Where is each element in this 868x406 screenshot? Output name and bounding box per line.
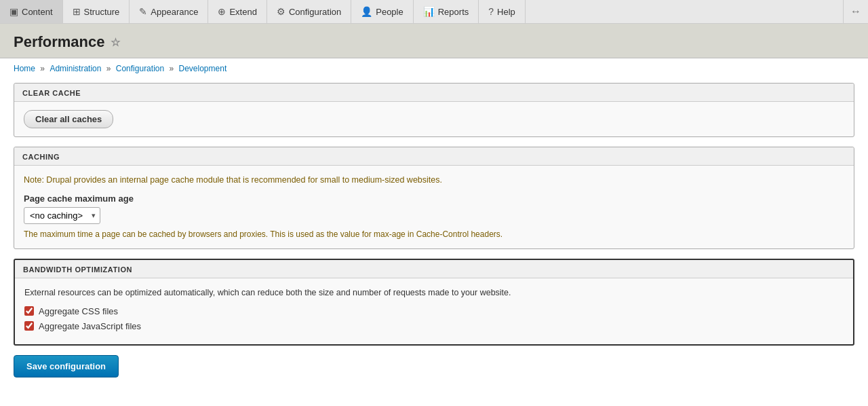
aggregate-js-label: Aggregate JavaScript files — [39, 321, 141, 331]
page-title-text: Performance — [14, 33, 105, 51]
help-icon: ? — [488, 6, 494, 17]
nav-configuration[interactable]: ⚙ Configuration — [267, 0, 351, 23]
clear-cache-body: Clear all caches — [14, 102, 854, 136]
nav-content[interactable]: ▣ Content — [0, 0, 63, 23]
breadcrumb: Home » Administration » Configuration » … — [0, 58, 868, 79]
nav-reports-label: Reports — [438, 7, 469, 17]
nav-reports[interactable]: 📊 Reports — [414, 0, 479, 23]
clear-cache-title: CLEAR CACHE — [14, 84, 854, 102]
top-navigation: ▣ Content ⊞ Structure ✎ Appearance ⊕ Ext… — [0, 0, 868, 24]
nav-help-label: Help — [497, 7, 515, 17]
save-configuration-wrapper: Save configuration — [14, 355, 854, 377]
nav-extend-label: Extend — [229, 7, 256, 17]
page-header: Performance ☆ — [0, 24, 868, 58]
clear-cache-title-text: CLEAR CACHE — [22, 89, 81, 97]
caching-title-text: CACHING — [22, 153, 60, 161]
main-content: CLEAR CACHE Clear all caches CACHING Not… — [0, 79, 868, 391]
nav-people[interactable]: 👤 People — [351, 0, 413, 23]
nav-structure[interactable]: ⊞ Structure — [63, 0, 130, 23]
content-icon: ▣ — [9, 6, 18, 17]
bandwidth-description: External resources can be optimized auto… — [24, 287, 844, 299]
bandwidth-title-text: BANDWIDTH OPTIMIZATION — [23, 265, 132, 274]
people-icon: 👤 — [361, 6, 372, 17]
page-title: Performance ☆ — [14, 33, 854, 51]
nav-help[interactable]: ? Help — [479, 0, 526, 23]
caching-note: Note: Drupal provides an internal page c… — [24, 174, 844, 187]
nav-configuration-label: Configuration — [289, 7, 341, 17]
page-cache-select-wrapper: <no caching> 1 minute 3 minutes 5 minute… — [24, 207, 100, 224]
reports-icon: 📊 — [423, 6, 435, 17]
nav-appearance[interactable]: ✎ Appearance — [130, 0, 208, 23]
nav-structure-label: Structure — [84, 7, 120, 17]
aggregate-js-checkbox[interactable] — [24, 321, 34, 331]
nav-people-label: People — [376, 7, 403, 17]
appearance-icon: ✎ — [139, 6, 147, 17]
breadcrumb-development[interactable]: Development — [179, 64, 227, 73]
bandwidth-section: BANDWIDTH OPTIMIZATION External resource… — [14, 259, 854, 346]
page-cache-select[interactable]: <no caching> 1 minute 3 minutes 5 minute… — [24, 207, 100, 224]
aggregate-js-row: Aggregate JavaScript files — [24, 321, 844, 331]
favorite-star-icon[interactable]: ☆ — [111, 36, 120, 49]
extend-icon: ⊕ — [218, 6, 226, 17]
structure-icon: ⊞ — [73, 6, 81, 17]
breadcrumb-sep-3: » — [170, 64, 176, 73]
page-cache-label: Page cache maximum age — [24, 193, 844, 204]
breadcrumb-sep-2: » — [106, 64, 113, 73]
clear-cache-section: CLEAR CACHE Clear all caches — [14, 83, 854, 137]
breadcrumb-administration[interactable]: Administration — [50, 64, 101, 73]
breadcrumb-sep-1: » — [40, 64, 47, 73]
caching-section: CACHING Note: Drupal provides an interna… — [14, 147, 854, 249]
caching-title: CACHING — [14, 147, 854, 166]
nav-content-label: Content — [22, 7, 53, 17]
bandwidth-title: BANDWIDTH OPTIMIZATION — [15, 260, 853, 278]
nav-toggle[interactable]: ↔ — [843, 0, 868, 23]
page-cache-hint: The maximum time a page can be cached by… — [24, 228, 844, 240]
nav-appearance-label: Appearance — [151, 7, 198, 17]
aggregate-css-row: Aggregate CSS files — [24, 306, 844, 316]
caching-body: Note: Drupal provides an internal page c… — [14, 166, 854, 248]
bandwidth-body: External resources can be optimized auto… — [15, 278, 853, 344]
configuration-icon: ⚙ — [277, 6, 285, 17]
toggle-icon: ↔ — [850, 5, 861, 18]
aggregate-css-checkbox[interactable] — [24, 306, 34, 316]
breadcrumb-home[interactable]: Home — [14, 64, 35, 73]
save-configuration-button[interactable]: Save configuration — [14, 355, 119, 377]
aggregate-css-label: Aggregate CSS files — [39, 306, 118, 316]
breadcrumb-configuration[interactable]: Configuration — [116, 64, 164, 73]
nav-extend[interactable]: ⊕ Extend — [208, 0, 267, 23]
clear-all-caches-button[interactable]: Clear all caches — [24, 110, 113, 128]
